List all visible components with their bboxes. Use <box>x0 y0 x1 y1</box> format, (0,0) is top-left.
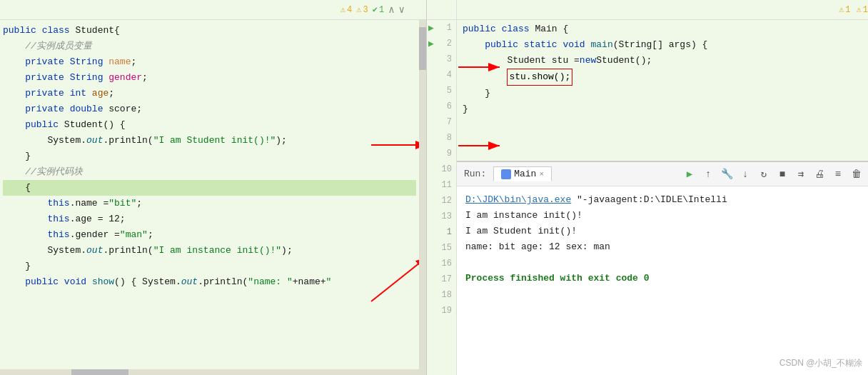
left-editor-panel: ⚠ 4 ⚠ 3 ✔ 1 ∧ ∨ public class Student{ //… <box>0 0 427 375</box>
left-toolbar: ⚠ 4 ⚠ 3 ✔ 1 ∧ ∨ <box>0 0 426 20</box>
left-vertical-scrollbar[interactable] <box>419 20 426 375</box>
run-body: D:\JDK\bin\java.exe "-javaagent:D:\IDLE\… <box>457 186 868 375</box>
right-warn-count-1: 1 <box>845 5 850 15</box>
warn-icon-2: ⚠ <box>356 4 361 15</box>
line-num-12: 12 <box>427 193 456 209</box>
run-settings-button[interactable]: 🔧 <box>718 166 735 183</box>
code-line-7: public Student() { <box>3 117 416 133</box>
run-toolbar-side-buttons: ▶ ↑ 🔧 ↓ ↻ ■ ⇉ 🖨 ≡ <box>681 166 868 183</box>
code-line-13: this.age = 12; <box>3 211 416 227</box>
left-code-area: public class Student{ //实例成员变量 private S… <box>0 20 426 375</box>
run-scroll-up-button[interactable]: ↑ <box>700 166 717 183</box>
right-code-line-6: } <box>457 101 868 117</box>
code-line-15: System.out.println("I am instance init()… <box>3 243 416 259</box>
right-warn-badge-1: ⚠ 1 <box>839 4 850 15</box>
warning-badge-2: ⚠ 3 <box>356 4 368 15</box>
code-line-2: //实例成员变量 <box>3 39 416 54</box>
stu-show-boxed: stu.show(); <box>507 69 572 86</box>
arrow-icon-1: ▶ <box>428 22 434 34</box>
code-line-1: public class Student{ <box>3 23 416 39</box>
line-num-3: 3 <box>427 51 456 67</box>
run-tab-icon <box>501 169 511 179</box>
right-warn-badge-2: ⚠ 1 <box>857 4 868 15</box>
code-line-8: System.out.println("I am Student init()!… <box>3 133 416 149</box>
right-code-line-4: stu.show(); <box>457 69 868 86</box>
line-num-2: ▶2 <box>427 36 456 51</box>
run-toolbar: Run: Main × ▶ ↑ 🔧 ↓ ↻ <box>457 162 868 186</box>
run-stack-button[interactable]: ≡ <box>829 166 847 183</box>
run-step-button[interactable]: ⇉ <box>792 166 809 183</box>
nav-down-button[interactable]: ∨ <box>399 4 405 16</box>
right-warn-count-2: 1 <box>863 5 868 15</box>
line-num-row-header <box>427 0 456 20</box>
run-clear-button[interactable]: 🗑 <box>848 166 865 183</box>
code-line-3: private String name; <box>3 54 416 70</box>
code-line-17: public void show() { System.out.println(… <box>3 274 416 290</box>
run-label: Run: <box>464 169 486 179</box>
run-stop-button[interactable]: ■ <box>774 166 791 183</box>
run-print-button[interactable]: 🖨 <box>811 166 828 183</box>
run-output-line-5 <box>465 255 859 271</box>
right-code-line-5: } <box>457 86 868 101</box>
run-scroll-down-button[interactable]: ↓ <box>737 166 754 183</box>
run-tab-name: Main <box>514 169 536 179</box>
line-num-5: 5 <box>427 83 456 99</box>
line-num-15: 15 <box>427 240 456 256</box>
right-code-lines: public class Main { public static void m… <box>457 20 868 119</box>
right-top-toolbar: ⚠ 1 ⚠ 1 <box>457 0 868 20</box>
ok-badge: ✔ 1 <box>373 4 384 15</box>
line-num-13: 13 <box>427 209 456 224</box>
right-code-line-3: Student stu = new Student(); <box>457 53 868 69</box>
code-line-5: private int age; <box>3 86 416 101</box>
right-warn-icon-2: ⚠ <box>857 4 862 15</box>
run-output-line-3: I am Student init()! <box>465 224 859 239</box>
java-exe-link[interactable]: D:\JDK\bin\java.exe <box>465 194 571 205</box>
warning-badge-1: ⚠ 4 <box>340 4 352 15</box>
right-inner-panel: ⚠ 1 ⚠ 1 public class Main { public stati… <box>457 0 868 375</box>
watermark: CSDN @小胡_不糊涂 <box>779 357 862 369</box>
run-panel: Run: Main × ▶ ↑ 🔧 ↓ ↻ <box>457 161 868 375</box>
right-code-line-2: public static void main(String[] args) { <box>457 37 868 53</box>
line-num-10: 10 <box>427 161 456 177</box>
line-num-16: 16 <box>427 256 456 271</box>
right-warn-icon-1: ⚠ <box>839 4 844 15</box>
left-hscrollbar-thumb[interactable] <box>71 369 128 375</box>
code-line-6: private double score; <box>3 101 416 117</box>
warn-icon-1: ⚠ <box>340 4 345 15</box>
line-num-18: 18 <box>427 287 456 303</box>
left-scrollbar-thumb[interactable] <box>419 27 426 70</box>
ok-count: 1 <box>379 5 384 15</box>
checkmark-icon: ✔ <box>373 4 378 15</box>
warn-count-1: 4 <box>347 5 352 15</box>
code-line-16: } <box>3 259 416 274</box>
run-output-line-2: I am instance init()! <box>465 208 859 224</box>
run-tab-main[interactable]: Main × <box>493 166 552 181</box>
left-horizontal-scrollbar[interactable] <box>0 369 420 375</box>
nav-up-button[interactable]: ∧ <box>388 4 394 16</box>
arrow-icon-2: ▶ <box>428 38 434 49</box>
line-num-1: ▶1 <box>427 20 456 36</box>
code-line-14: this.gender = "man"; <box>3 227 416 243</box>
line-num-4: 4 <box>427 67 456 83</box>
run-output-line-1: D:\JDK\bin\java.exe "-javaagent:D:\IDLE\… <box>465 192 859 208</box>
run-output-line-6: Process finished with exit code 0 <box>465 271 859 286</box>
run-tab-close-button[interactable]: × <box>539 170 544 179</box>
code-line-10: //实例代码块 <box>3 164 416 180</box>
run-rerun-button[interactable]: ↻ <box>755 166 772 183</box>
run-output-line-4: name: bit age: 12 sex: man <box>465 239 859 255</box>
line-num-19: 19 <box>427 303 456 319</box>
line-num-7: 7 <box>427 114 456 130</box>
line-num-6: 6 <box>427 99 456 114</box>
code-line-11: { <box>3 180 416 196</box>
line-numbers-gutter: ▶1 ▶2 3 4 5 6 7 8 9 10 11 12 13 1 15 16 … <box>427 0 457 375</box>
run-play-button[interactable]: ▶ <box>681 166 698 183</box>
code-line-4: private String gender; <box>3 70 416 86</box>
right-editor-panel: ▶1 ▶2 3 4 5 6 7 8 9 10 11 12 13 1 15 16 … <box>427 0 868 375</box>
code-line-9: } <box>3 149 416 164</box>
line-num-17: 17 <box>427 271 456 287</box>
line-num-8: 8 <box>427 130 456 146</box>
warn-count-2: 3 <box>363 5 368 15</box>
right-code-line-1: public class Main { <box>457 21 868 37</box>
line-num-11: 11 <box>427 177 456 193</box>
run-output: D:\JDK\bin\java.exe "-javaagent:D:\IDLE\… <box>457 186 868 375</box>
